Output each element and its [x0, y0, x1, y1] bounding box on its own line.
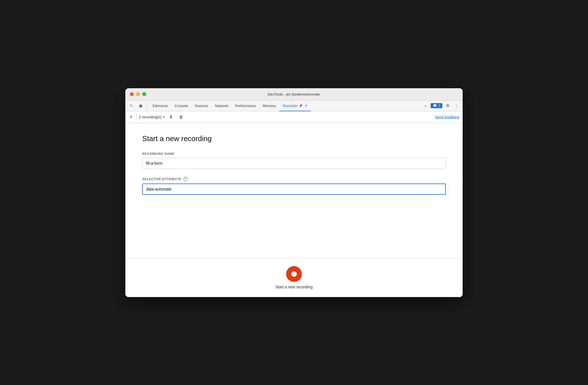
record-section: Start a new recording	[125, 258, 463, 297]
pin-icon: 📌	[299, 104, 303, 108]
tab-recorder[interactable]: Recorder 📌 ✕	[279, 101, 311, 111]
settings-button[interactable]: ⚙	[444, 102, 451, 110]
recorder-toolbar: + 2 recording(s) ▾ ⬇ 🗑 Send feedback	[125, 111, 463, 123]
tab-toolbar-icons: ↖ ▣	[128, 102, 147, 110]
page-title: Start a new recording	[142, 134, 446, 143]
devtools-tab-bar: ↖ ▣ Elements Console Sources Network Per…	[125, 101, 463, 111]
download-icon: ⬇	[169, 114, 173, 119]
tab-elements[interactable]: Elements	[149, 101, 171, 111]
chat-icon: 💬	[433, 104, 437, 108]
tab-console[interactable]: Console	[171, 101, 191, 111]
tab-right-controls: » 💬 1 ⚙ ⋮	[422, 102, 460, 110]
close-button[interactable]	[130, 92, 134, 96]
trash-icon: 🗑	[179, 115, 183, 119]
chevron-down-icon: ▾	[163, 115, 165, 119]
device-icon-button[interactable]: ▣	[137, 102, 144, 110]
recording-name-field-group: RECORDING NAME	[142, 152, 446, 169]
minimize-button[interactable]	[136, 92, 140, 96]
tab-close-icon[interactable]: ✕	[305, 104, 307, 108]
title-bar: DevTools - jec.fyi/demo/recorder	[125, 88, 463, 101]
device-icon: ▣	[139, 103, 143, 108]
recording-name-label: RECORDING NAME	[142, 152, 446, 155]
start-recording-label: Start a new recording	[275, 285, 313, 289]
maximize-button[interactable]	[142, 92, 146, 96]
tab-performance[interactable]: Performance	[232, 101, 259, 111]
settings-icon: ⚙	[446, 103, 449, 108]
recording-count-label: 2 recording(s)	[139, 115, 161, 119]
main-content: Start a new recording RECORDING NAME SEL…	[125, 123, 463, 258]
more-icon: ⋮	[454, 103, 459, 108]
traffic-lights	[130, 92, 146, 96]
devtools-window: DevTools - jec.fyi/demo/recorder ↖ ▣ Ele…	[125, 88, 463, 297]
add-recording-button[interactable]: +	[129, 113, 137, 121]
start-recording-button[interactable]	[286, 266, 302, 282]
record-dot-icon	[291, 271, 297, 277]
delete-button[interactable]: 🗑	[177, 113, 185, 121]
recording-name-input[interactable]	[142, 158, 446, 169]
cursor-icon: ↖	[130, 103, 133, 108]
download-button[interactable]: ⬇	[167, 113, 175, 121]
recording-selector[interactable]: 2 recording(s) ▾	[139, 115, 165, 119]
more-tabs-button[interactable]: »	[422, 102, 429, 110]
selector-attribute-input[interactable]	[142, 184, 446, 195]
add-icon: +	[130, 114, 133, 120]
selector-attribute-label: SELECTOR ATTRIBUTE ?	[142, 177, 446, 181]
chat-badge[interactable]: 💬 1	[431, 103, 442, 108]
help-icon[interactable]: ?	[183, 177, 188, 181]
cursor-icon-button[interactable]: ↖	[128, 102, 135, 110]
more-options-button[interactable]: ⋮	[453, 102, 460, 110]
send-feedback-link[interactable]: Send feedback	[435, 115, 459, 119]
tab-sources[interactable]: Sources	[191, 101, 212, 111]
selector-attribute-field-group: SELECTOR ATTRIBUTE ?	[142, 177, 446, 195]
tab-memory[interactable]: Memory	[259, 101, 279, 111]
window-title: DevTools - jec.fyi/demo/recorder	[268, 92, 320, 96]
tab-network[interactable]: Network	[212, 101, 232, 111]
record-area: Start a new recording	[125, 258, 463, 297]
